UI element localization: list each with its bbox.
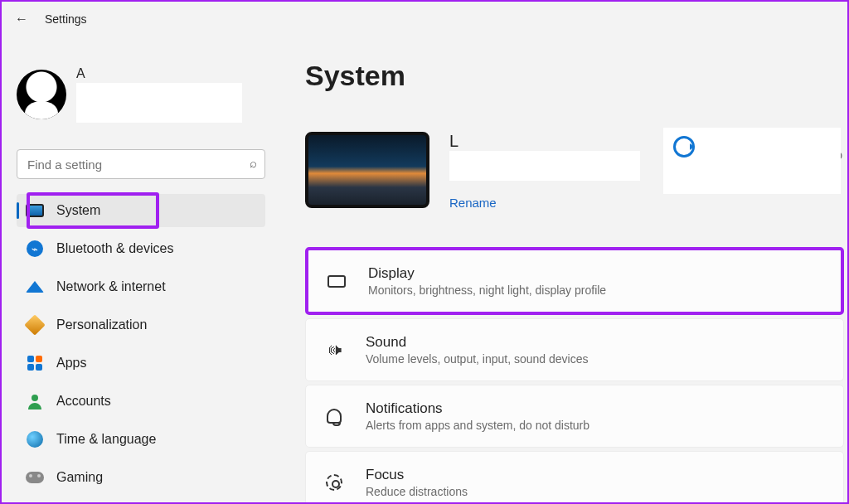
- titlebar: ← Settings: [2, 2, 847, 36]
- device-name-redacted: [449, 151, 640, 181]
- profile-name: A: [76, 66, 242, 81]
- page-title: System: [305, 60, 847, 92]
- back-arrow-icon[interactable]: ←: [15, 12, 28, 27]
- device-thumbnail: [305, 132, 429, 208]
- sidebar-item-gaming[interactable]: Gaming: [17, 461, 265, 494]
- apps-icon: [25, 353, 45, 373]
- focus-icon: [323, 471, 346, 494]
- profile-block[interactable]: A: [17, 66, 265, 123]
- bell-icon: [323, 405, 346, 428]
- sidebar-item-label: Personalization: [56, 317, 147, 332]
- sidebar-item-accessibility[interactable]: Accessibility: [17, 499, 265, 502]
- globe-clock-icon: [25, 429, 45, 449]
- wifi-icon: [25, 277, 45, 297]
- sidebar-item-bluetooth[interactable]: ⌁ Bluetooth & devices: [17, 232, 265, 265]
- sidebar-item-label: Bluetooth & devices: [56, 241, 173, 256]
- svg-point-0: [32, 395, 38, 401]
- paintbrush-icon: [25, 315, 45, 335]
- sidebar-item-label: Accounts: [56, 394, 111, 409]
- sidebar: A ⌕ System ⌁ Bluetooth & devic: [2, 36, 275, 502]
- setting-item-focus[interactable]: Focus Reduce distractions: [305, 451, 844, 502]
- gamepad-icon: [25, 468, 45, 487]
- sidebar-item-label: Time & language: [56, 432, 156, 447]
- settings-list: Display Monitors, brightness, night ligh…: [305, 247, 847, 502]
- display-icon: [325, 269, 348, 293]
- setting-title: Notifications: [366, 400, 589, 417]
- sidebar-item-personalization[interactable]: Personalization: [17, 308, 265, 342]
- nav-list: System ⌁ Bluetooth & devices Network & i…: [17, 194, 265, 502]
- sidebar-item-time-language[interactable]: Time & language: [17, 423, 265, 456]
- sidebar-item-label: System: [56, 203, 100, 218]
- setting-subtitle: Volume levels, output, input, sound devi…: [366, 352, 589, 366]
- setting-item-display[interactable]: Display Monitors, brightness, night ligh…: [305, 247, 844, 315]
- sound-icon: 🕪: [323, 338, 346, 361]
- setting-item-sound[interactable]: 🕪 Sound Volume levels, output, input, so…: [305, 318, 844, 381]
- setting-subtitle: Reduce distractions: [366, 485, 468, 498]
- search-box[interactable]: ⌕: [17, 149, 265, 179]
- sidebar-item-network[interactable]: Network & internet: [17, 270, 265, 303]
- search-input[interactable]: [17, 149, 265, 179]
- setting-item-notifications[interactable]: Notifications Alerts from apps and syste…: [305, 385, 844, 448]
- setting-title: Focus: [366, 467, 468, 483]
- sidebar-item-system[interactable]: System: [17, 194, 265, 227]
- setting-subtitle: Alerts from apps and system, do not dist…: [366, 419, 589, 432]
- sidebar-item-apps[interactable]: Apps: [17, 346, 265, 380]
- rename-link[interactable]: Rename: [449, 196, 497, 210]
- setting-title: Sound: [366, 334, 589, 351]
- setting-title: Display: [368, 265, 606, 282]
- update-sync-icon: [673, 136, 695, 158]
- person-icon: [25, 391, 45, 411]
- device-name: L: [449, 132, 458, 150]
- sidebar-item-label: Network & internet: [56, 279, 166, 294]
- sidebar-item-accounts[interactable]: Accounts: [17, 385, 265, 418]
- profile-redacted: [76, 83, 242, 123]
- sidebar-item-label: Apps: [56, 356, 86, 371]
- setting-subtitle: Monitors, brightness, night light, displ…: [368, 284, 606, 297]
- content-area: System L Rename Windows Update Last chec…: [275, 36, 847, 502]
- avatar-icon: [17, 70, 66, 119]
- bluetooth-icon: ⌁: [25, 239, 45, 259]
- app-title: Settings: [45, 12, 87, 26]
- system-icon: [25, 201, 45, 220]
- sidebar-item-label: Gaming: [56, 470, 103, 485]
